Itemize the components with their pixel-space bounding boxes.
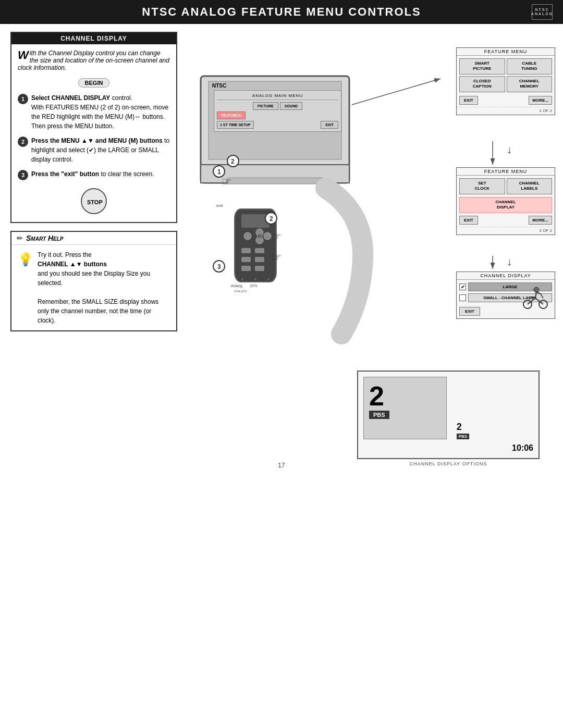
- step-3-number: 3: [18, 170, 28, 180]
- svg-point-24: [241, 278, 243, 280]
- bulb-icon: 💡: [18, 250, 33, 325]
- small-channel-label: PBS: [457, 434, 469, 439]
- fm2-btn-channel-labels[interactable]: CHANNELLABELS: [507, 178, 553, 194]
- svg-line-45: [541, 294, 543, 298]
- fm2-btn-more[interactable]: MORE...: [529, 216, 552, 225]
- svg-text:exit: exit: [216, 203, 223, 208]
- svg-rect-15: [241, 266, 251, 271]
- svg-line-41: [535, 292, 536, 298]
- fm1-btn-cable-tuning[interactable]: CABLETUNING: [507, 58, 553, 75]
- stop-badge: STOP: [81, 188, 107, 214]
- small-display-preview: 2 PBS: [457, 422, 469, 439]
- page-title: NTSC Analog Feature Menu Controls: [142, 5, 421, 18]
- main-content: Channel Display W ith the Channel Displa…: [0, 24, 563, 456]
- fm1-btn-channel-memory[interactable]: CHANNELMEMORY: [507, 76, 553, 92]
- analog-btn-picture[interactable]: PICTURE: [253, 102, 278, 110]
- svg-point-9: [256, 237, 263, 244]
- svg-text:PHILIPS: PHILIPS: [235, 290, 247, 293]
- step-1-body: control.: [112, 94, 132, 102]
- step-2-number: 2: [18, 137, 28, 147]
- big-w: W: [18, 50, 29, 61]
- svg-rect-11: [241, 248, 251, 253]
- fm3-btn-exit[interactable]: EXIT: [459, 307, 480, 316]
- svg-text:2: 2: [270, 215, 273, 223]
- fm1-btn-smart-picture[interactable]: SMARTPICTURE: [459, 58, 505, 75]
- fm1-btn-exit[interactable]: EXIT: [459, 96, 478, 105]
- svg-text:☞: ☞: [271, 230, 282, 243]
- svg-point-25: [254, 278, 256, 280]
- smart-help-line2: CHANNEL ▲▼ buttons: [38, 261, 107, 268]
- step-3-rest: to clear the screen.: [101, 170, 154, 178]
- fm1-btn-closed-caption[interactable]: CLOSEDCAPTION: [459, 76, 505, 92]
- svg-text:3: 3: [217, 263, 221, 270]
- step-3-text: Press the "exit" button to clear the scr…: [31, 169, 154, 179]
- channel-display-demo: 2 PBS 2 PBS 10:06 CHANNEL DISPLAY OPTION…: [357, 371, 540, 466]
- svg-rect-5: [241, 214, 270, 228]
- time-display: 10:06: [363, 443, 533, 453]
- header-icon-text: NTSCANALOG: [531, 8, 553, 17]
- svg-rect-12: [255, 248, 264, 253]
- step-3-press: Press the "exit" button: [31, 170, 99, 178]
- svg-rect-3: [227, 178, 323, 184]
- large-channel-num: 2: [369, 382, 441, 410]
- svg-point-8: [264, 232, 271, 240]
- svg-line-43: [531, 297, 535, 298]
- fm3-checkbox-small[interactable]: [459, 294, 466, 301]
- svg-rect-2: [201, 165, 349, 183]
- smart-help-line3: and you should see the Display Size you …: [38, 270, 150, 287]
- intro-rest: ith the Channel Display control you can …: [18, 50, 169, 71]
- large-channel-label: PBS: [369, 411, 389, 419]
- fm2-footer: 2 OF 2: [457, 227, 555, 235]
- svg-rect-14: [255, 257, 264, 262]
- ntsc-label: NTSC: [212, 83, 226, 89]
- arrow-fm1-to-fm2: ↓: [507, 144, 512, 156]
- smart-help-line1: Try it out. Press the: [38, 251, 92, 258]
- analog-btn-row2: FEATURES: [217, 112, 338, 119]
- analog-btn-exit[interactable]: EXIT: [321, 121, 338, 129]
- analog-btn-sound[interactable]: SOUND: [280, 102, 302, 110]
- smart-help-text: Try it out. Press the CHANNEL ▲▼ buttons…: [38, 250, 170, 325]
- step-1-label: Select CHANNEL DISPLAY: [31, 94, 110, 102]
- svg-line-44: [536, 292, 541, 294]
- analog-main-menu: ANALOG MAIN MENU PICTURE SOUND FEATURES …: [214, 90, 341, 132]
- smart-help-body: 💡 Try it out. Press the CHANNEL ▲▼ butto…: [11, 245, 176, 330]
- fm1-header: FEATURE MENU: [457, 48, 555, 56]
- channel-display-title: Channel Display: [11, 33, 176, 44]
- fm2-btn-channel-display[interactable]: CHANNELDISPLAY: [459, 197, 552, 213]
- svg-text:2: 2: [231, 158, 235, 165]
- svg-point-26: [267, 278, 270, 280]
- svg-rect-16: [255, 266, 264, 271]
- channel-display-box: Channel Display W ith the Channel Displa…: [10, 32, 177, 223]
- svg-point-30: [213, 166, 225, 177]
- feature-menu-1: FEATURE MENU SMARTPICTURE CABLETUNING CL…: [456, 47, 555, 115]
- analog-btn-features[interactable]: FEATURES: [217, 112, 246, 119]
- svg-rect-4: [235, 209, 276, 282]
- header-icon: NTSCANALOG: [532, 4, 553, 20]
- bike-rider-svg: [518, 282, 552, 311]
- analog-menu-buttons: PICTURE SOUND: [217, 102, 338, 110]
- pencil-icon: ✏: [17, 234, 23, 242]
- step-1-detail: With FEATURES MENU (2 of 2) on-screen, m…: [31, 104, 168, 130]
- page-num-value: 17: [278, 462, 285, 469]
- smart-help-title-bar: ✏ Smart Help: [11, 232, 176, 245]
- fm2-btn-set-clock[interactable]: SETCLOCK: [459, 178, 505, 194]
- fm3-checkbox-large[interactable]: ✔: [459, 283, 466, 290]
- svg-rect-13: [241, 257, 251, 262]
- svg-text:☞: ☞: [271, 251, 282, 264]
- options-caption: CHANNEL DISPLAY OPTIONS: [357, 461, 540, 466]
- fm1-btn-more[interactable]: MORE...: [529, 96, 552, 105]
- step-1-text: Select CHANNEL DISPLAY control. With FEA…: [31, 93, 170, 131]
- analog-btn-setup[interactable]: 1 ST TIME SETUP: [217, 121, 254, 129]
- stop-row: STOP: [18, 186, 170, 217]
- intro-text: W ith the Channel Display control you ca…: [18, 50, 170, 71]
- step-1-number: 1: [18, 94, 28, 104]
- svg-point-6: [244, 232, 251, 240]
- svg-text:Analog: Analog: [231, 284, 242, 288]
- smart-help-label: Smart Help: [26, 234, 64, 242]
- begin-badge: BEGIN: [78, 78, 110, 88]
- fm2-header: FEATURE MENU: [457, 168, 555, 176]
- step-3: 3 Press the "exit" button to clear the s…: [18, 169, 170, 180]
- svg-point-10: [257, 233, 262, 239]
- fm2-btn-exit[interactable]: EXIT: [459, 216, 478, 225]
- left-column: Channel Display W ith the Channel Displa…: [10, 32, 177, 449]
